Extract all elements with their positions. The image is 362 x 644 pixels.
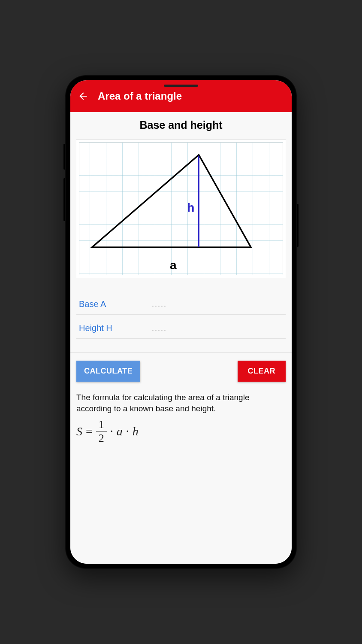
triangle-diagram: h a (79, 142, 283, 275)
formula-a: a (117, 425, 123, 438)
section-title: Base and height (70, 119, 292, 131)
phone-speaker (164, 85, 198, 87)
formula-display: S = 1 2 · a · h (76, 419, 286, 444)
base-label: Base A (79, 299, 143, 309)
clear-button[interactable]: CLEAR (238, 361, 286, 382)
content-area: Base and height h a Base A Height (70, 112, 292, 564)
diagram-label-h: h (187, 201, 194, 215)
formula-h: h (133, 425, 139, 438)
formula-description: The formula for calculating the area of … (76, 392, 286, 414)
formula-numerator: 1 (96, 419, 107, 431)
back-arrow-icon (78, 91, 89, 102)
app-screen: Area of a triangle Base and height h a B… (70, 80, 292, 564)
diagram-container: h a (76, 139, 286, 278)
input-row-height: Height H (76, 315, 286, 339)
triangle-svg (79, 143, 283, 275)
formula-eq: = (86, 425, 93, 438)
formula-S: S (76, 425, 82, 438)
side-button (297, 204, 299, 247)
action-buttons: CALCULATE CLEAR (70, 353, 292, 388)
formula-denominator: 2 (99, 431, 104, 444)
height-label: Height H (79, 323, 143, 333)
diagram-label-a: a (170, 258, 177, 272)
base-input[interactable] (152, 300, 281, 309)
height-input[interactable] (152, 324, 281, 333)
side-button (63, 178, 65, 221)
formula-dot: · (110, 425, 113, 438)
page-title: Area of a triangle (98, 90, 182, 102)
input-row-base: Base A (76, 291, 286, 315)
calculate-button[interactable]: CALCULATE (76, 361, 140, 382)
svg-marker-0 (92, 155, 251, 247)
formula-fraction: 1 2 (96, 419, 107, 444)
side-button (63, 144, 65, 170)
phone-frame: Area of a triangle Base and height h a B… (65, 75, 297, 569)
formula-dot: · (126, 425, 129, 438)
input-section: Base A Height H (70, 291, 292, 339)
back-button[interactable] (76, 89, 90, 103)
